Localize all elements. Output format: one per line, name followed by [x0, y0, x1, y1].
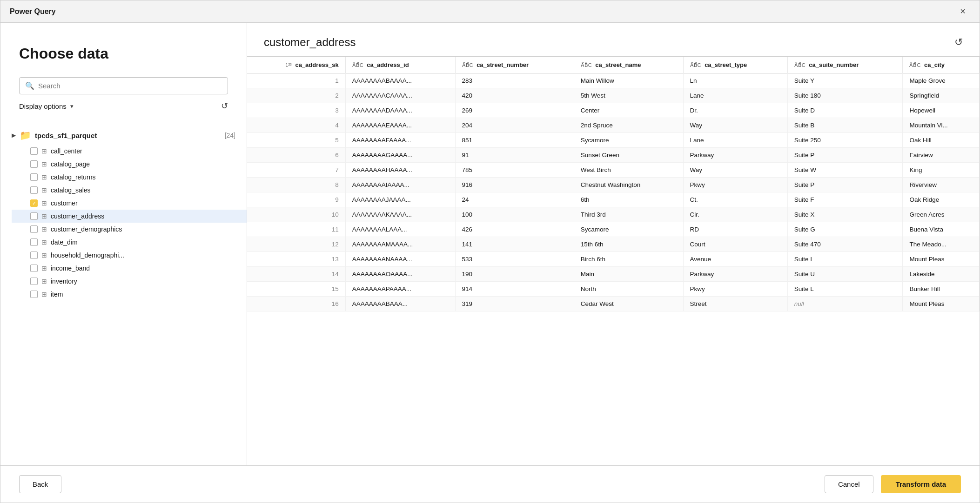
back-button[interactable]: Back	[19, 475, 61, 493]
table-row: 16AAAAAAAABAAA...319Cedar WestStreetnull…	[247, 297, 980, 311]
table-cell: Mount Pleas	[903, 297, 980, 311]
table-cell: RD	[683, 222, 787, 237]
table-cell: Dr.	[683, 103, 787, 118]
refresh-icon[interactable]: ↺	[221, 101, 228, 111]
table-cell: Third 3rd	[574, 207, 683, 222]
bottom-bar: Back Cancel Transform data	[0, 465, 980, 503]
row-number: 2	[247, 88, 345, 103]
table-cell: Suite I	[787, 252, 903, 267]
table-cell: Main	[574, 267, 683, 282]
table-cell: Court	[683, 237, 787, 252]
search-input[interactable]	[38, 82, 222, 90]
cancel-button[interactable]: Cancel	[825, 475, 873, 493]
table-body: 1AAAAAAAABAAAA...283Main WillowLnSuite Y…	[247, 73, 980, 311]
table-cell: Cedar West	[574, 297, 683, 311]
list-item[interactable]: ⊞ call_center	[30, 145, 247, 158]
table-cell: Suite Y	[787, 73, 903, 88]
list-item[interactable]: ⊞ catalog_returns	[30, 171, 247, 184]
list-item[interactable]: ⊞ customer	[30, 197, 247, 210]
tree-item-checkbox[interactable]	[30, 199, 38, 207]
table-cell: AAAAAAAAGAAAA...	[345, 148, 455, 163]
list-item[interactable]: ⊞ catalog_page	[30, 158, 247, 171]
table-cell: 141	[455, 237, 574, 252]
tree-item-checkbox[interactable]	[30, 160, 38, 168]
tree-item-checkbox[interactable]	[30, 225, 38, 233]
close-button[interactable]: ×	[955, 4, 970, 19]
table-row: 10AAAAAAAAKAAAA...100Third 3rdCir.Suite …	[247, 207, 980, 222]
tree-item-label: catalog_sales	[51, 186, 91, 194]
col-header-ca-suite-number: A͆B͆C ca_suite_number	[787, 57, 903, 73]
tree-item-label: customer_demographics	[51, 225, 122, 233]
table-cell: Lane	[683, 88, 787, 103]
chevron-down-icon[interactable]: ▾	[70, 103, 74, 110]
table-cell: AAAAAAAAJAAAA...	[345, 192, 455, 207]
tree-item-checkbox[interactable]	[30, 238, 38, 246]
display-options-row: Display options ▾ ↺	[19, 101, 228, 111]
folder-icon: 📁	[20, 130, 31, 141]
table-icon: ⊞	[41, 199, 47, 207]
refresh-icon[interactable]: ↺	[954, 36, 963, 48]
tree-item-checkbox[interactable]	[30, 278, 38, 285]
table-row: 12AAAAAAAAMAAAA...14115th 6thCourtSuite …	[247, 237, 980, 252]
table-cell: Sycamore	[574, 222, 683, 237]
table-row: 2AAAAAAAACAAAA...4205th WestLaneSuite 18…	[247, 88, 980, 103]
table-cell: AAAAAAAAFAAAA...	[345, 133, 455, 148]
table-cell: 204	[455, 118, 574, 133]
table-cell: Parkway	[683, 267, 787, 282]
search-icon: 🔍	[25, 81, 34, 90]
tree-item-checkbox[interactable]	[30, 252, 38, 259]
row-number: 6	[247, 148, 345, 163]
col-header-label: ca_suite_number	[809, 61, 859, 68]
table-cell: Sunset Green	[574, 148, 683, 163]
tree-item-checkbox[interactable]	[30, 212, 38, 220]
table-cell: Springfield	[903, 88, 980, 103]
list-item[interactable]: ⊞ customer_demographics	[30, 223, 247, 236]
table-cell: 420	[455, 88, 574, 103]
tree-item-label: customer	[51, 199, 78, 207]
col-type-icon: A͆B͆C	[352, 62, 363, 68]
col-type-icon: A͆B͆C	[581, 62, 592, 68]
tree-root[interactable]: ▶ 📁 tpcds_sf1_parquet [24]	[12, 126, 247, 145]
list-item[interactable]: ⊞ item	[30, 288, 247, 301]
row-number: 12	[247, 237, 345, 252]
list-item[interactable]: ⊞ household_demographi...	[30, 249, 247, 262]
list-item[interactable]: ⊞ catalog_sales	[30, 184, 247, 197]
table-row: 14AAAAAAAAOAAAA...190MainParkwaySuite UL…	[247, 267, 980, 282]
table-cell: AAAAAAAANAAAA...	[345, 252, 455, 267]
search-box[interactable]: 🔍	[19, 77, 228, 94]
table-icon: ⊞	[41, 238, 47, 246]
col-type-icon: A͆B͆C	[690, 62, 701, 68]
list-item[interactable]: ⊞ customer_address	[12, 210, 247, 223]
tree-item-checkbox[interactable]	[30, 291, 38, 298]
page-title: Choose data	[19, 45, 228, 62]
transform-button[interactable]: Transform data	[881, 475, 961, 493]
table-cell: Suite U	[787, 267, 903, 282]
table-cell: AAAAAAAAMAAAA...	[345, 237, 455, 252]
table-cell: Green Acres	[903, 207, 980, 222]
table-row: 6AAAAAAAAGAAAA...91Sunset GreenParkwaySu…	[247, 148, 980, 163]
tree-root-count: [24]	[225, 132, 235, 139]
tree-expand-icon: ▶	[12, 132, 16, 139]
table-cell: 916	[455, 178, 574, 192]
tree-item-checkbox[interactable]	[30, 147, 38, 155]
table-cell: Suite 250	[787, 133, 903, 148]
row-number: 7	[247, 163, 345, 178]
row-number: 8	[247, 178, 345, 192]
list-item[interactable]: ⊞ inventory	[30, 275, 247, 288]
col-header-ca-street-number: A͆B͆C ca_street_number	[455, 57, 574, 73]
table-cell: 426	[455, 222, 574, 237]
tree-item-checkbox[interactable]	[30, 265, 38, 272]
tree-item-checkbox[interactable]	[30, 186, 38, 194]
table-cell: Suite L	[787, 282, 903, 297]
table-row: 11AAAAAAAALAAA...426SycamoreRDSuite GBue…	[247, 222, 980, 237]
tree-item-checkbox[interactable]	[30, 173, 38, 181]
list-item[interactable]: ⊞ date_dim	[30, 236, 247, 249]
table-cell: Suite P	[787, 148, 903, 163]
list-item[interactable]: ⊞ income_band	[30, 262, 247, 275]
table-cell: Suite F	[787, 192, 903, 207]
tree-item-label: customer_address	[51, 212, 104, 220]
tree-root-label: tpcds_sf1_parquet	[35, 132, 221, 139]
tree-item-label: catalog_page	[51, 160, 90, 168]
col-header-label: ca_address_id	[367, 61, 409, 68]
table-row: 7AAAAAAAAHAAAA...785West BirchWaySuite W…	[247, 163, 980, 178]
